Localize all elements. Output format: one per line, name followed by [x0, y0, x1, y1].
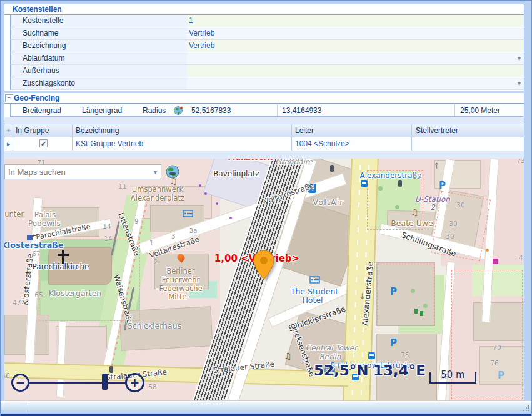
field-label: Ablaufdatum — [11, 52, 187, 64]
chevron-down-icon[interactable]: ▾ — [518, 52, 521, 64]
splitter[interactable] — [4, 151, 524, 159]
church-cross-icon — [62, 250, 64, 264]
kostenstellen-window: Kostenstellen Kostenstelle 1 Suchname Ve… — [0, 0, 532, 416]
map-label: Parochialkirche — [33, 262, 89, 271]
house-number: 3a — [189, 227, 197, 234]
map-label: 2 — [430, 203, 435, 212]
zoom-in-button[interactable]: + — [125, 373, 144, 392]
map-canvas[interactable]: P P P P ♫ ♫ ♫ ϟ ↓ ↑ ↑ ← ← — [4, 159, 524, 400]
house-number: 14 — [104, 235, 112, 242]
map-label: Schicklerhaus — [128, 321, 181, 330]
geo-radius-value[interactable]: 25,00 Meter — [460, 104, 500, 117]
geo-col-laengengrad: Längengrad — [82, 104, 122, 117]
field-label: Zuschlagskonto — [11, 77, 187, 89]
oneway-arrow-icon: ↑ — [433, 161, 440, 171]
checkbox-checked[interactable]: ✔ — [39, 139, 48, 147]
map-label: Podewils — [28, 219, 61, 228]
column-header-bezeichnung[interactable]: Bezeichnung — [73, 124, 292, 137]
geo-col-radius: Radius — [143, 104, 166, 117]
map-label: Mitte- — [168, 292, 189, 301]
field-label: Bezeichnung — [11, 40, 187, 52]
tree-icon — [378, 186, 383, 191]
suchname-field[interactable]: Vertrieb — [187, 27, 524, 39]
geo-fencing-panel: − Geo-Fencing Breitengrad Längengrad Rad… — [4, 93, 524, 117]
music-note-icon: ♫ — [284, 351, 292, 361]
traffic-light-icon — [398, 180, 402, 187]
house-number: 70 — [493, 344, 501, 351]
ausserhaus-field[interactable] — [187, 65, 524, 77]
map-label: Beate Uwe — [391, 219, 433, 228]
house-number: 2 — [154, 258, 158, 265]
map-label: Hotel — [302, 295, 323, 305]
map-search-box[interactable]: ▾ — [4, 164, 161, 179]
column-header-stellvertreter[interactable]: Stellvertreter — [412, 124, 524, 137]
house-number: 67 — [32, 250, 40, 257]
globe-search-button[interactable] — [165, 164, 180, 181]
table-row[interactable]: ▸ ✔ KSt-Gruppe Vertrieb 1004 <Schulze> — [4, 137, 524, 151]
map-label: Feuerwehr — [162, 275, 200, 284]
house-number: 65 — [34, 291, 43, 299]
longitude-readout: 13,4°E — [373, 362, 426, 379]
geo-latitude-value[interactable]: 52,5167833 — [191, 104, 231, 117]
map-label: U Klosterstraße — [4, 240, 64, 250]
chevron-down-icon[interactable]: ▾ — [518, 77, 521, 89]
house-number: 46 — [4, 372, 10, 379]
chevron-down-icon[interactable]: ▾ — [154, 169, 161, 176]
house-number: 76 — [490, 359, 498, 367]
field-label: Außerhaus — [11, 65, 187, 77]
shop-icon — [493, 259, 498, 264]
music-note-icon: ♫ — [411, 207, 419, 217]
column-header-leiter[interactable]: Leiter — [292, 124, 412, 137]
tree-icon — [395, 205, 399, 209]
map-label: The Student — [291, 287, 338, 296]
house-number: 1 — [149, 239, 154, 247]
field-label: Kostenstelle — [11, 15, 187, 27]
geo-longitude-value[interactable]: 13,4164933 — [282, 104, 321, 117]
zoom-slider-thumb[interactable] — [102, 374, 108, 390]
groups-table: ✳ In Gruppe Bezeichnung Leiter Stellvert… — [4, 124, 524, 151]
zuschlagskonto-field[interactable]: ▾ — [187, 77, 524, 89]
map-label: Palais — [34, 210, 56, 219]
bus-stop-icon — [361, 180, 368, 187]
map-marker-pin[interactable] — [253, 250, 274, 282]
form-row-suchname: Suchname Vertrieb — [10, 27, 524, 40]
playground-icon — [420, 311, 423, 316]
house-number: 30 — [456, 201, 464, 209]
house-number: 9 — [134, 217, 139, 225]
map-label: -Feuerwache — [156, 284, 202, 293]
search-input[interactable] — [5, 167, 154, 177]
playground-icon — [414, 309, 418, 314]
house-number: 14 — [103, 222, 111, 230]
church-cross-icon — [58, 254, 69, 256]
map-label: Central Tower — [306, 344, 357, 352]
map-label: MünzWerk — [228, 159, 273, 162]
row-selector-icon: ▸ — [4, 137, 13, 151]
bezeichnung-cell: KSt-Gruppe Vertrieb — [73, 137, 292, 151]
ablaufdatum-field[interactable]: ▾ — [187, 52, 524, 64]
parking-icon: P — [390, 286, 397, 297]
house-number: 75 — [401, 351, 409, 359]
section-title-kostenstellen: Kostenstellen — [4, 4, 524, 15]
scale-bar: 50 m — [429, 372, 476, 384]
bezeichnung-field[interactable]: Vertrieb — [187, 40, 524, 52]
field-label: Suchname — [11, 27, 187, 39]
status-bar — [1, 401, 531, 414]
collapse-icon[interactable]: − — [5, 94, 13, 102]
map-label: Klostergärten — [49, 289, 102, 298]
map-label: Alexanderplatz — [131, 194, 184, 202]
section-gap — [4, 117, 524, 124]
table-corner-icon[interactable]: ✳ — [4, 124, 13, 137]
zoom-out-button[interactable]: − — [11, 374, 29, 392]
map-label: counter — [4, 210, 24, 219]
house-number: 3 — [171, 232, 176, 240]
resize-grip[interactable] — [523, 405, 529, 412]
form-row-bezeichnung: Bezeichnung Vertrieb — [10, 40, 524, 52]
kostenstellen-panel: Kostenstellen Kostenstelle 1 Suchname Ve… — [4, 4, 524, 91]
map-label: VoltAir — [313, 197, 343, 207]
leiter-cell: 1004 <Schulze> — [292, 137, 412, 151]
scale-label: 50 m — [431, 369, 475, 380]
kostenstelle-field[interactable]: 1 — [187, 15, 524, 27]
window-bottom-border — [1, 414, 531, 416]
column-header-in-gruppe[interactable]: In Gruppe — [13, 124, 73, 137]
zoom-slider-track[interactable] — [29, 382, 126, 384]
